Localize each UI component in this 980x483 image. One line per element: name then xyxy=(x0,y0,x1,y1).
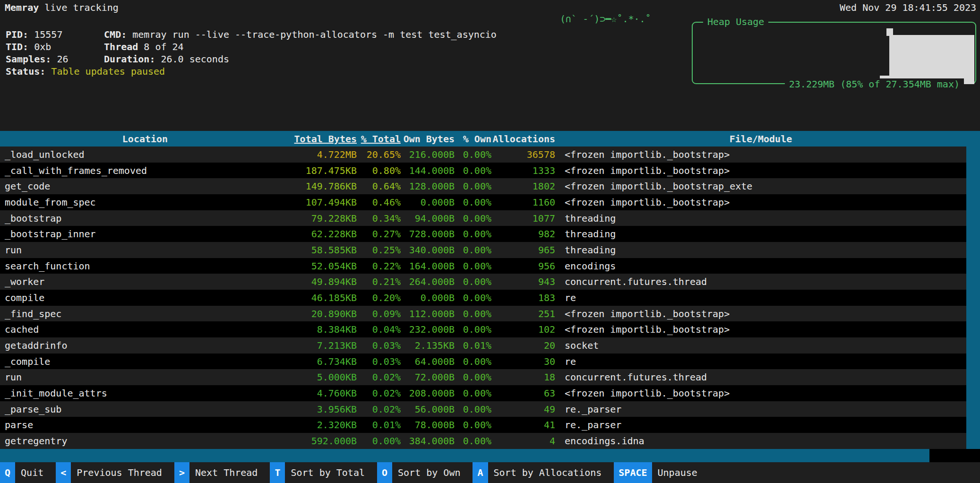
cell-own-bytes: 72.000B xyxy=(401,371,455,383)
cell-allocations: 63 xyxy=(491,388,555,399)
table-row[interactable]: parse 2.320KB 0.01% 78.000B 0.00% 41 re.… xyxy=(0,417,966,433)
table-row[interactable]: _parse_sub 3.956KB 0.02% 56.000B 0.00% 4… xyxy=(0,401,966,417)
table-row[interactable]: getaddrinfo 7.213KB 0.03% 2.135KB 0.01% … xyxy=(0,337,966,354)
table-row[interactable]: module_from_spec 107.494KB 0.46% 0.000B … xyxy=(0,194,966,210)
key-chip[interactable]: T xyxy=(270,462,285,483)
cell-location: getregentry xyxy=(0,435,290,447)
table-row[interactable]: run 5.000KB 0.02% 72.000B 0.00% 18 concu… xyxy=(0,369,966,385)
key-binding[interactable]: Q Quit xyxy=(0,462,56,483)
table-row[interactable]: cached 8.384KB 0.04% 232.000B 0.00% 102 … xyxy=(0,321,966,337)
key-chip[interactable]: > xyxy=(174,462,189,483)
column-header-own-bytes[interactable]: Own Bytes xyxy=(401,133,455,145)
process-info: PID: 15557 CMD: memray run --live --trac… xyxy=(6,28,497,78)
table-row[interactable]: _load_unlocked 4.722MB 20.65% 216.000B 0… xyxy=(0,147,966,163)
cell-pct-own: 0.00% xyxy=(455,228,491,240)
table-row[interactable]: search_function 52.054KB 0.22% 164.000B … xyxy=(0,258,966,274)
cell-own-bytes: 728.000B xyxy=(401,228,455,240)
pid: PID: 15557 xyxy=(6,28,98,41)
key-binding[interactable]: > Next Thread xyxy=(174,462,270,483)
cell-pct-total: 0.04% xyxy=(357,324,401,335)
table-row[interactable]: _compile 6.734KB 0.03% 64.000B 0.00% 30 … xyxy=(0,354,966,370)
cell-pct-own: 0.00% xyxy=(455,181,491,192)
cell-own-bytes: 64.000B xyxy=(401,356,455,367)
app-title: Memray live tracking xyxy=(5,2,119,13)
column-header-allocations[interactable]: Allocations xyxy=(491,133,555,145)
top-bar: Memray live tracking Wed Nov 29 18:41:55… xyxy=(5,2,976,13)
key-chip[interactable]: < xyxy=(56,462,71,483)
column-header-pct-total[interactable]: % Total xyxy=(357,133,401,145)
key-binding[interactable]: T Sort by Total xyxy=(270,462,377,483)
table-row[interactable]: getregentry 592.000B 0.00% 384.000B 0.00… xyxy=(0,433,966,449)
key-binding-label: Sort by Total xyxy=(285,462,377,483)
key-chip[interactable]: SPACE xyxy=(614,462,652,483)
column-header-pct-own[interactable]: % Own xyxy=(455,133,491,145)
cell-location: run xyxy=(0,371,290,383)
cell-pct-total: 0.34% xyxy=(357,213,401,224)
cell-total-bytes: 107.494KB xyxy=(290,197,357,208)
key-binding-label: Sort by Allocations xyxy=(488,462,614,483)
key-chip[interactable]: Q xyxy=(0,462,15,483)
cell-allocations: 982 xyxy=(491,228,555,240)
horizontal-scrollbar-thumb[interactable] xyxy=(0,449,929,462)
vertical-scrollbar[interactable] xyxy=(966,147,980,449)
cell-total-bytes: 8.384KB xyxy=(290,324,357,335)
cell-file-module: threading xyxy=(555,213,966,224)
cell-total-bytes: 58.585KB xyxy=(290,244,357,256)
cell-file-module: <frozen importlib._bootstrap> xyxy=(555,149,966,160)
heap-usage-title: Heap Usage xyxy=(703,16,768,27)
cell-file-module: re._parser xyxy=(555,404,966,415)
table-row[interactable]: _call_with_frames_removed 187.475KB 0.80… xyxy=(0,163,966,179)
table-row[interactable]: _init_module_attrs 4.760KB 0.02% 208.000… xyxy=(0,385,966,401)
table-row[interactable]: _find_spec 20.890KB 0.09% 112.000B 0.00%… xyxy=(0,306,966,322)
cell-allocations: 18 xyxy=(491,371,555,383)
cell-file-module: <frozen importlib._bootstrap> xyxy=(555,197,966,208)
cell-allocations: 251 xyxy=(491,308,555,319)
cell-pct-own: 0.00% xyxy=(455,419,491,431)
key-binding[interactable]: O Sort by Own xyxy=(377,462,473,483)
cell-allocations: 49 xyxy=(491,404,555,415)
cell-pct-own: 0.00% xyxy=(455,404,491,415)
table-row[interactable]: run 58.585KB 0.25% 340.000B 0.00% 965 th… xyxy=(0,242,966,258)
key-binding[interactable]: < Previous Thread xyxy=(56,462,174,483)
cell-pct-own: 0.00% xyxy=(455,197,491,208)
cell-file-module: encodings xyxy=(555,260,966,272)
thread: Thread 8 of 24 xyxy=(104,41,184,52)
key-chip[interactable]: O xyxy=(377,462,392,483)
cell-location: _init_module_attrs xyxy=(0,388,290,399)
cell-own-bytes: 144.000B xyxy=(401,165,455,176)
column-header-total-bytes[interactable]: Total Bytes xyxy=(290,133,357,145)
cell-pct-total: 0.46% xyxy=(357,197,401,208)
key-binding[interactable]: SPACE Unpause xyxy=(614,462,710,483)
cell-pct-total: 0.27% xyxy=(357,228,401,240)
key-chip[interactable]: A xyxy=(473,462,488,483)
table-row[interactable]: _bootstrap_inner 62.228KB 0.27% 728.000B… xyxy=(0,226,966,242)
column-header-file-module[interactable]: File/Module xyxy=(555,133,966,145)
column-header-location[interactable]: Location xyxy=(0,133,290,145)
heap-graph-area xyxy=(889,35,974,84)
cell-location: _bootstrap_inner xyxy=(0,228,290,240)
cell-total-bytes: 6.734KB xyxy=(290,356,357,367)
cell-location: _call_with_frames_removed xyxy=(0,165,290,176)
cell-allocations: 102 xyxy=(491,324,555,335)
table-row[interactable]: compile 46.185KB 0.20% 0.000B 0.00% 183 … xyxy=(0,290,966,306)
cell-pct-total: 0.01% xyxy=(357,419,401,431)
cell-allocations: 1802 xyxy=(491,181,555,192)
cell-pct-total: 0.03% xyxy=(357,356,401,367)
table-row[interactable]: get_code 149.786KB 0.64% 128.000B 0.00% … xyxy=(0,178,966,194)
table-row[interactable]: _bootstrap 79.228KB 0.34% 94.000B 0.00% … xyxy=(0,210,966,226)
cell-pct-total: 0.80% xyxy=(357,165,401,176)
cell-total-bytes: 592.000B xyxy=(290,435,357,447)
cell-pct-total: 0.21% xyxy=(357,276,401,287)
cell-total-bytes: 4.722MB xyxy=(290,149,357,160)
key-binding[interactable]: A Sort by Allocations xyxy=(473,462,614,483)
table-row[interactable]: _worker 49.894KB 0.21% 264.000B 0.00% 94… xyxy=(0,274,966,290)
cell-pct-own: 0.00% xyxy=(455,260,491,272)
cell-pct-own: 0.00% xyxy=(455,292,491,303)
cell-location: _parse_sub xyxy=(0,404,290,415)
cell-own-bytes: 0.000B xyxy=(401,197,455,208)
cell-file-module: re._parser xyxy=(555,419,966,431)
cell-total-bytes: 4.760KB xyxy=(290,388,357,399)
cell-location: module_from_spec xyxy=(0,197,290,208)
cell-allocations: 36578 xyxy=(491,149,555,160)
horizontal-scrollbar[interactable] xyxy=(0,449,980,462)
